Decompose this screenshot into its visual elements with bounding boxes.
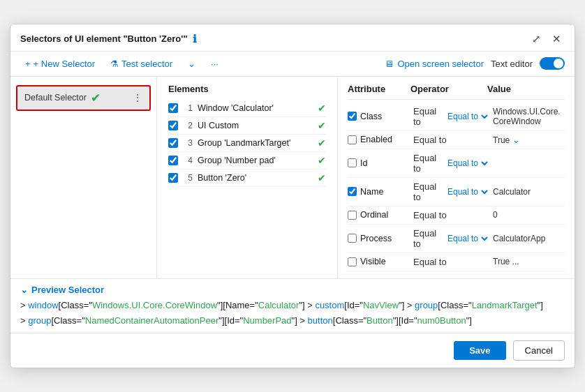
preview-text: > window[Class="Windows.UI.Core.CoreWind…	[20, 298, 565, 329]
attr-id-operator: Equal to Equal to	[413, 153, 490, 174]
close-icon[interactable]: ✕	[549, 31, 565, 47]
element-ok-5: ✔	[318, 172, 326, 183]
element-checkbox-5[interactable]	[168, 173, 178, 183]
test-selector-label: Test selector	[121, 59, 172, 69]
list-item: Name Equal to Equal to Calculator	[348, 178, 565, 206]
elements-list: 1 Window 'Calculator' ✔ 2 UI Custom ✔ 3 …	[168, 100, 326, 187]
text-editor-toggle[interactable]	[540, 57, 565, 70]
attr-class-label: Class	[348, 112, 410, 121]
attr-ordinal-name: Ordinal	[360, 210, 388, 220]
attr-process-name: Process	[360, 234, 392, 243]
preview-label[interactable]: ⌄ Preview Selector	[20, 285, 565, 295]
element-ok-4: ✔	[318, 155, 326, 166]
plus-icon: +	[25, 59, 31, 69]
preview-label-text: Preview Selector	[31, 285, 104, 295]
attr-process-label: Process	[348, 234, 410, 243]
element-checkbox-4[interactable]	[168, 156, 178, 165]
element-checkbox-3[interactable]	[168, 138, 178, 148]
main-content: Default Selector ✔ ⋮ Elements 1 Window '…	[10, 77, 575, 278]
dialog-title-text: Selectors of UI element "Button 'Zero'"	[20, 33, 188, 44]
attr-name-operator: Equal to Equal to	[413, 181, 490, 202]
attr-name-checkbox[interactable]	[348, 187, 357, 196]
list-item: Id Equal to Equal to	[348, 149, 565, 178]
attr-process-operator: Equal to Equal to	[413, 228, 490, 249]
beaker-icon: ⚗	[110, 59, 119, 69]
toolbar: + + New Selector ⚗ Test selector ⌄ ··· 🖥…	[10, 52, 575, 77]
attr-id-name: Id	[360, 158, 367, 168]
preview-section: ⌄ Preview Selector > window[Class="Windo…	[10, 278, 575, 333]
open-screen-selector-button[interactable]: 🖥 Open screen selector	[385, 59, 484, 69]
dialog-header: Selectors of UI element "Button 'Zero'" …	[10, 24, 575, 52]
attr-name-label: Name	[348, 187, 410, 197]
table-row: 4 Group 'Number pad' ✔	[168, 152, 326, 169]
more-icon: ···	[211, 59, 219, 69]
element-name-2: UI Custom	[198, 121, 313, 130]
attr-name-name: Name	[360, 187, 383, 197]
attr-class-operator-select[interactable]: Equal to	[445, 111, 490, 122]
attr-enabled-name: Enabled	[360, 135, 392, 144]
dropdown-button[interactable]: ⌄	[183, 56, 200, 72]
more-dots-icon[interactable]: ⋮	[133, 92, 142, 103]
table-row: 3 Group 'LandmarkTarget' ✔	[168, 135, 326, 152]
attr-ordinal-operator: Equal to	[413, 210, 490, 220]
table-row: 2 UI Custom ✔	[168, 117, 326, 135]
test-selector-button[interactable]: ⚗ Test selector	[105, 56, 177, 72]
attr-id-checkbox[interactable]	[348, 158, 357, 167]
new-selector-button[interactable]: + + New Selector	[20, 56, 100, 72]
element-num-4: 4	[183, 156, 193, 165]
more-options-button[interactable]: ···	[206, 56, 223, 72]
attr-ordinal-label: Ordinal	[348, 210, 410, 220]
table-row: 1 Window 'Calculator' ✔	[168, 100, 326, 117]
element-name-1: Window 'Calculator'	[198, 103, 313, 113]
cancel-button[interactable]: Cancel	[513, 340, 565, 361]
element-checkbox-2[interactable]	[168, 121, 178, 130]
attr-id-operator-select[interactable]: Equal to	[445, 158, 490, 169]
element-num-2: 2	[183, 121, 193, 130]
attr-ordinal-checkbox[interactable]	[348, 211, 357, 220]
sidebar-item-default-selector[interactable]: Default Selector ✔ ⋮	[16, 85, 151, 111]
info-icon[interactable]: ℹ	[193, 33, 197, 45]
table-row: 5 Button 'Zero' ✔	[168, 169, 326, 187]
attr-visible-label: Visible	[348, 257, 410, 266]
attr-class-name: Class	[360, 112, 382, 121]
attr-id-label: Id	[348, 158, 410, 168]
attr-class-operator: Equal to Equal to	[413, 106, 490, 127]
save-button[interactable]: Save	[454, 341, 505, 360]
attr-name-value: Calculator	[493, 187, 565, 197]
chevron-down-icon: ⌄	[188, 59, 195, 69]
check-circle-icon: ✔	[91, 91, 101, 105]
element-ok-2: ✔	[318, 120, 326, 131]
attr-class-checkbox[interactable]	[348, 112, 357, 121]
attr-ordinal-value: 0	[493, 210, 565, 220]
attributes-panel: Attribute Operator Value Class Equal to …	[337, 77, 575, 278]
dialog-title: Selectors of UI element "Button 'Zero'" …	[20, 33, 197, 45]
attr-enabled-checkbox[interactable]	[348, 135, 357, 144]
attr-name-operator-select[interactable]: Equal to	[445, 186, 490, 197]
attr-process-operator-select[interactable]: Equal to	[445, 233, 490, 244]
dialog-footer: Save Cancel	[10, 333, 575, 368]
attr-visible-checkbox[interactable]	[348, 257, 357, 266]
resize-icon[interactable]: ⤢	[528, 31, 545, 47]
attr-enabled-operator: Equal to	[413, 135, 490, 145]
attributes-header: Attribute Operator Value	[348, 84, 565, 100]
list-item: Ordinal Equal to 0	[348, 206, 565, 225]
attr-visible-operator: Equal to	[413, 257, 490, 267]
element-name-5: Button 'Zero'	[198, 173, 313, 183]
attr-visible-value: True ...	[493, 257, 565, 266]
element-checkbox-1[interactable]	[168, 103, 178, 113]
selector-item-label: Default Selector	[24, 93, 87, 103]
list-item: Visible Equal to True ...	[348, 253, 565, 271]
toggle-knob	[554, 59, 563, 68]
text-editor-label: Text editor	[491, 59, 533, 69]
screen-icon: 🖥	[385, 59, 394, 69]
attr-visible-name: Visible	[360, 257, 386, 266]
list-item: Process Equal to Equal to CalculatorApp	[348, 225, 565, 253]
attr-enabled-value: True ⌄	[493, 135, 565, 145]
element-name-3: Group 'LandmarkTarget'	[198, 138, 313, 148]
attr-process-checkbox[interactable]	[348, 234, 357, 243]
element-name-4: Group 'Number pad'	[198, 156, 313, 165]
elements-panel: Elements 1 Window 'Calculator' ✔ 2 UI Cu…	[157, 77, 337, 278]
dialog: Selectors of UI element "Button 'Zero'" …	[10, 24, 575, 368]
attr-col-value: Value	[487, 84, 565, 94]
elements-title: Elements	[168, 84, 326, 94]
